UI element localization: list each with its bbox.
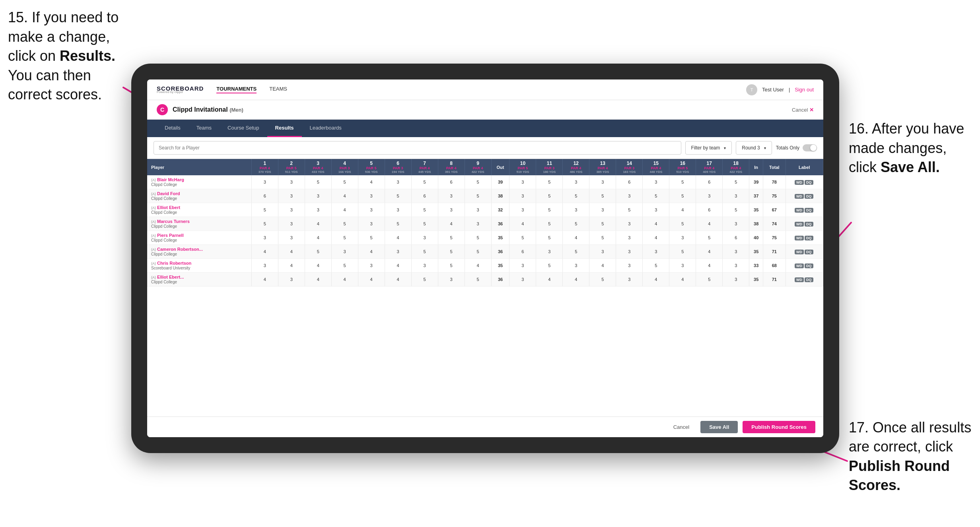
score-hole-6[interactable]: 5	[385, 217, 411, 231]
score-hole-17[interactable]: 6	[696, 175, 723, 189]
score-hole-17[interactable]: 3	[696, 189, 723, 203]
score-hole-6[interactable]: 4	[385, 259, 411, 273]
score-hole-15[interactable]: 4	[643, 231, 669, 245]
score-hole-4[interactable]: 5	[331, 175, 358, 189]
wd-label[interactable]: WD	[795, 180, 804, 185]
wd-label[interactable]: WD	[795, 222, 804, 227]
score-hole-12[interactable]: 3	[563, 259, 589, 273]
score-hole-3[interactable]: 5	[305, 175, 331, 189]
score-hole-3[interactable]: 4	[305, 231, 331, 245]
score-hole-13[interactable]: 3	[589, 203, 616, 217]
score-hole-5[interactable]: 4	[358, 175, 385, 189]
score-hole-10[interactable]: 5	[509, 231, 536, 245]
score-hole-18[interactable]: 3	[723, 245, 749, 259]
save-all-btn[interactable]: Save All	[700, 421, 738, 433]
score-hole-3[interactable]: 3	[305, 189, 331, 203]
score-hole-10[interactable]: 3	[509, 175, 536, 189]
score-hole-18[interactable]: 3	[723, 189, 749, 203]
score-hole-1[interactable]: 5	[251, 217, 278, 231]
score-hole-16[interactable]: 5	[669, 175, 696, 189]
wd-label[interactable]: WD	[795, 236, 804, 240]
score-hole-4[interactable]: 3	[331, 245, 358, 259]
dq-label[interactable]: DQ	[805, 250, 813, 254]
score-hole-14[interactable]: 3	[616, 217, 643, 231]
score-hole-11[interactable]: 5	[536, 259, 563, 273]
filter-by-team-btn[interactable]: Filter by team	[685, 141, 732, 155]
score-hole-11[interactable]: 4	[536, 273, 563, 287]
cancel-tournament-btn[interactable]: Cancel ✕	[792, 107, 814, 113]
score-hole-18[interactable]: 6	[723, 231, 749, 245]
dq-label[interactable]: DQ	[805, 194, 813, 199]
score-hole-15[interactable]: 4	[643, 273, 669, 287]
wd-label[interactable]: WD	[795, 250, 804, 254]
score-hole-10[interactable]: 3	[509, 273, 536, 287]
score-hole-8[interactable]: 6	[438, 175, 465, 189]
score-hole-15[interactable]: 5	[643, 189, 669, 203]
score-hole-8[interactable]: 5	[438, 231, 465, 245]
score-hole-14[interactable]: 6	[616, 175, 643, 189]
score-hole-5[interactable]: 3	[358, 259, 385, 273]
score-hole-3[interactable]: 4	[305, 259, 331, 273]
score-hole-1[interactable]: 5	[251, 203, 278, 217]
score-hole-14[interactable]: 3	[616, 231, 643, 245]
score-hole-2[interactable]: 4	[278, 259, 305, 273]
tab-details[interactable]: Details	[157, 120, 189, 137]
score-hole-16[interactable]: 3	[669, 231, 696, 245]
score-hole-8[interactable]: 3	[438, 273, 465, 287]
score-hole-11[interactable]: 5	[536, 217, 563, 231]
score-hole-6[interactable]: 4	[385, 231, 411, 245]
score-hole-10[interactable]: 3	[509, 203, 536, 217]
score-hole-2[interactable]: 4	[278, 245, 305, 259]
score-hole-15[interactable]: 5	[643, 259, 669, 273]
nav-signout[interactable]: Sign out	[795, 87, 814, 93]
nav-link-teams[interactable]: TEAMS	[269, 86, 287, 93]
score-hole-1[interactable]: 4	[251, 245, 278, 259]
score-hole-9[interactable]: 5	[465, 245, 491, 259]
nav-link-tournaments[interactable]: TOURNAMENTS	[216, 86, 257, 93]
score-hole-18[interactable]: 5	[723, 175, 749, 189]
dq-label[interactable]: DQ	[805, 208, 813, 213]
score-hole-4[interactable]: 5	[331, 231, 358, 245]
score-hole-1[interactable]: 6	[251, 189, 278, 203]
score-hole-18[interactable]: 3	[723, 273, 749, 287]
score-hole-12[interactable]: 5	[563, 245, 589, 259]
score-hole-15[interactable]: 3	[643, 245, 669, 259]
score-hole-9[interactable]: 3	[465, 203, 491, 217]
score-hole-7[interactable]: 5	[411, 175, 438, 189]
score-hole-7[interactable]: 3	[411, 259, 438, 273]
score-hole-4[interactable]: 5	[331, 217, 358, 231]
score-hole-3[interactable]: 4	[305, 273, 331, 287]
score-hole-5[interactable]: 5	[358, 231, 385, 245]
score-hole-12[interactable]: 4	[563, 231, 589, 245]
score-hole-4[interactable]: 4	[331, 273, 358, 287]
score-hole-16[interactable]: 5	[669, 189, 696, 203]
score-hole-9[interactable]: 4	[465, 259, 491, 273]
score-hole-8[interactable]: 3	[438, 189, 465, 203]
score-hole-11[interactable]: 5	[536, 175, 563, 189]
score-hole-7[interactable]: 5	[411, 217, 438, 231]
dq-label[interactable]: DQ	[805, 236, 813, 240]
tab-teams[interactable]: Teams	[189, 120, 220, 137]
score-hole-16[interactable]: 4	[669, 203, 696, 217]
score-hole-14[interactable]: 3	[616, 245, 643, 259]
score-hole-2[interactable]: 3	[278, 189, 305, 203]
wd-label[interactable]: WD	[795, 264, 804, 268]
score-hole-12[interactable]: 5	[563, 217, 589, 231]
score-hole-17[interactable]: 6	[696, 203, 723, 217]
cancel-btn[interactable]: Cancel	[667, 421, 696, 433]
score-hole-12[interactable]: 3	[563, 203, 589, 217]
score-hole-5[interactable]: 3	[358, 189, 385, 203]
score-hole-9[interactable]: 3	[465, 217, 491, 231]
score-hole-14[interactable]: 5	[616, 203, 643, 217]
score-hole-17[interactable]: 4	[696, 217, 723, 231]
score-hole-7[interactable]: 3	[411, 231, 438, 245]
score-hole-17[interactable]: 4	[696, 245, 723, 259]
dq-label[interactable]: DQ	[805, 277, 813, 282]
score-hole-6[interactable]: 3	[385, 203, 411, 217]
score-hole-10[interactable]: 3	[509, 189, 536, 203]
score-hole-14[interactable]: 3	[616, 259, 643, 273]
wd-label[interactable]: WD	[795, 194, 804, 199]
score-hole-9[interactable]: 5	[465, 273, 491, 287]
score-hole-16[interactable]: 3	[669, 259, 696, 273]
score-hole-10[interactable]: 3	[509, 259, 536, 273]
